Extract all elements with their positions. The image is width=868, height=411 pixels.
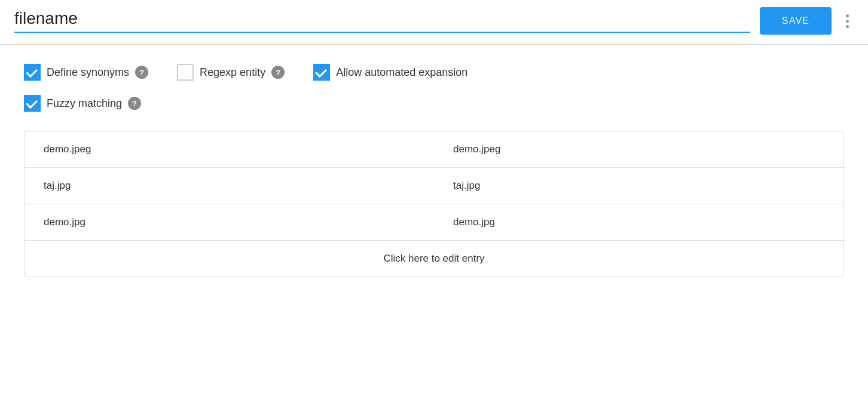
table-cell-col2: demo.jpg [434, 204, 844, 241]
regexp-entity-checkbox[interactable] [177, 64, 194, 81]
header: SAVE [0, 0, 868, 35]
table-row[interactable]: demo.jpgdemo.jpg [25, 204, 844, 241]
more-options-button[interactable] [841, 10, 854, 33]
table-section: demo.jpegdemo.jpegtaj.jpgtaj.jpgdemo.jpg… [0, 116, 868, 292]
allow-automated-expansion-option: Allow automated expansion [313, 64, 467, 81]
fuzzy-matching-checkbox[interactable] [24, 95, 41, 112]
filename-input[interactable] [14, 9, 750, 28]
allow-automated-expansion-checkbox[interactable] [313, 64, 330, 81]
save-button[interactable]: SAVE [760, 7, 832, 35]
table-cell-col1: demo.jpeg [25, 131, 435, 168]
table-row[interactable]: demo.jpegdemo.jpeg [25, 131, 844, 168]
table-cell-col1: taj.jpg [25, 168, 435, 204]
regexp-entity-option: Regexp entity ? [177, 64, 285, 81]
table-cell-col2: taj.jpg [434, 168, 844, 204]
regexp-entity-label: Regexp entity [200, 66, 265, 79]
header-divider [0, 44, 868, 45]
edit-entry-row[interactable]: Click here to edit entry [25, 241, 844, 277]
define-synonyms-help-icon[interactable]: ? [135, 66, 148, 79]
table-row[interactable]: taj.jpgtaj.jpg [25, 168, 844, 204]
fuzzy-matching-help-icon[interactable]: ? [128, 97, 141, 110]
options-section: Define synonyms ? Regexp entity ? Allow … [0, 54, 868, 112]
define-synonyms-checkbox[interactable] [24, 64, 41, 81]
more-dot-1 [846, 14, 849, 17]
table-cell-col1: demo.jpg [25, 204, 435, 241]
define-synonyms-option: Define synonyms ? [24, 64, 148, 81]
more-dot-3 [846, 25, 849, 28]
edit-entry-cell[interactable]: Click here to edit entry [25, 241, 844, 277]
define-synonyms-label: Define synonyms [47, 66, 129, 79]
regexp-entity-help-icon[interactable]: ? [271, 66, 285, 79]
filename-wrapper [14, 9, 750, 33]
fuzzy-matching-option: Fuzzy matching ? [24, 95, 141, 112]
fuzzy-matching-label: Fuzzy matching [47, 97, 122, 110]
table-cell-col2: demo.jpeg [434, 131, 844, 168]
entity-table: demo.jpegdemo.jpegtaj.jpgtaj.jpgdemo.jpg… [24, 131, 844, 277]
allow-automated-expansion-label: Allow automated expansion [336, 66, 467, 79]
more-dot-2 [846, 20, 849, 23]
